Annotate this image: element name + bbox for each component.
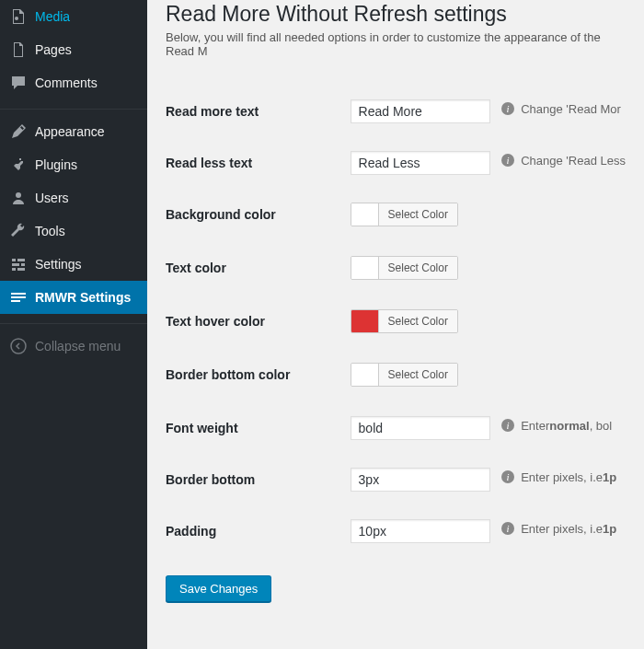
- sidebar-item-comments[interactable]: Comments: [0, 66, 147, 99]
- plugins-icon: [9, 156, 28, 174]
- collapse-label: Collapse menu: [35, 339, 121, 353]
- text-color-label: Text color: [166, 242, 351, 296]
- svg-point-1: [16, 192, 21, 198]
- media-icon: [9, 7, 28, 26]
- sidebar-item-label: Pages: [35, 42, 72, 57]
- settings-page: Read More Without Refresh settings Below…: [147, 0, 644, 649]
- info-icon: i: [500, 469, 515, 484]
- svg-rect-10: [11, 300, 20, 302]
- page-title: Read More Without Refresh settings: [166, 0, 626, 30]
- sidebar-item-media[interactable]: Media: [0, 0, 147, 33]
- info-icon: i: [500, 521, 515, 536]
- settings-icon: [9, 255, 28, 273]
- svg-text:i: i: [507, 155, 510, 166]
- save-changes-button[interactable]: Save Changes: [166, 575, 271, 602]
- select-color-button: Select Color: [379, 310, 457, 332]
- padding-input[interactable]: [351, 519, 490, 543]
- svg-point-0: [15, 17, 18, 20]
- info-icon: i: [500, 101, 515, 116]
- hover-color-swatch: [351, 310, 379, 332]
- sidebar-item-appearance[interactable]: Appearance: [0, 115, 147, 148]
- border-color-label: Border bottom color: [166, 349, 351, 402]
- sidebar-item-tools[interactable]: Tools: [0, 214, 147, 248]
- pages-icon: [9, 41, 28, 59]
- font-weight-input[interactable]: [351, 416, 490, 440]
- info-icon: i: [500, 153, 515, 168]
- users-icon: [9, 189, 28, 207]
- collapse-menu[interactable]: Collapse menu: [0, 330, 147, 363]
- menu-separator: [0, 319, 147, 324]
- svg-text:i: i: [507, 471, 510, 482]
- read-more-label: Read more text: [166, 86, 351, 137]
- comments-icon: [9, 74, 28, 92]
- read-less-hint: i Change 'Read Less: [500, 153, 626, 168]
- svg-rect-5: [21, 263, 25, 266]
- sidebar-item-plugins[interactable]: Plugins: [0, 148, 147, 181]
- select-color-button: Select Color: [379, 203, 457, 226]
- sidebar-item-users[interactable]: Users: [0, 181, 147, 214]
- svg-rect-9: [11, 296, 26, 298]
- hover-color-picker[interactable]: Select Color: [351, 309, 458, 333]
- rmwr-icon: [9, 288, 28, 307]
- sidebar-item-label: Settings: [35, 257, 82, 272]
- read-less-label: Read less text: [166, 137, 351, 189]
- sidebar-item-label: Media: [35, 9, 70, 24]
- svg-text:i: i: [507, 103, 510, 114]
- font-weight-hint: i Enter normal , bol: [500, 418, 612, 433]
- collapse-icon: [9, 337, 28, 355]
- info-icon: i: [500, 418, 515, 433]
- padding-hint: i Enter pixels, i.e 1p: [500, 521, 616, 536]
- appearance-icon: [9, 122, 28, 141]
- font-weight-label: Font weight: [166, 402, 351, 454]
- padding-label: Padding: [166, 505, 351, 557]
- svg-text:i: i: [507, 420, 510, 431]
- sidebar-item-label: Tools: [35, 224, 65, 238]
- sidebar-item-label: Comments: [35, 75, 98, 90]
- svg-rect-7: [17, 268, 25, 271]
- select-color-button: Select Color: [379, 257, 457, 279]
- text-color-picker[interactable]: Select Color: [351, 256, 458, 280]
- settings-form: Read more text i Change 'Read Mor Read l…: [166, 86, 626, 557]
- sidebar-item-label: Appearance: [35, 124, 105, 139]
- tools-icon: [9, 222, 28, 240]
- select-color-button: Select Color: [379, 364, 457, 386]
- svg-rect-8: [11, 293, 26, 295]
- sidebar-item-label: RMWR Settings: [35, 290, 131, 305]
- border-color-swatch: [351, 364, 379, 386]
- bg-color-picker[interactable]: Select Color: [351, 203, 458, 226]
- bg-color-swatch: [351, 203, 379, 226]
- svg-point-11: [11, 339, 26, 353]
- page-subhead: Below, you will find all needed options …: [166, 30, 626, 58]
- border-bottom-input[interactable]: [351, 468, 490, 492]
- sidebar-item-rmwr-settings[interactable]: RMWR Settings: [0, 281, 147, 314]
- border-color-picker[interactable]: Select Color: [351, 363, 458, 387]
- read-less-input[interactable]: [351, 151, 490, 175]
- svg-text:i: i: [507, 523, 510, 534]
- sidebar-item-label: Users: [35, 191, 69, 205]
- svg-rect-3: [17, 259, 25, 261]
- border-bottom-label: Border bottom: [166, 454, 351, 505]
- sidebar-item-label: Plugins: [35, 157, 77, 172]
- border-bottom-hint: i Enter pixels, i.e 1p: [500, 469, 616, 484]
- read-more-hint: i Change 'Read Mor: [500, 101, 621, 116]
- svg-rect-2: [12, 259, 16, 261]
- svg-rect-4: [12, 263, 19, 266]
- bg-color-label: Background color: [166, 189, 351, 242]
- hover-color-label: Text hover color: [166, 296, 351, 349]
- sidebar-item-pages[interactable]: Pages: [0, 33, 147, 66]
- admin-sidebar: Media Pages Comments Appearance Plugins …: [0, 0, 147, 649]
- sidebar-item-settings[interactable]: Settings: [0, 248, 147, 281]
- read-more-input[interactable]: [351, 99, 490, 123]
- text-color-swatch: [351, 257, 379, 279]
- svg-rect-6: [12, 268, 16, 271]
- menu-separator: [0, 105, 147, 110]
